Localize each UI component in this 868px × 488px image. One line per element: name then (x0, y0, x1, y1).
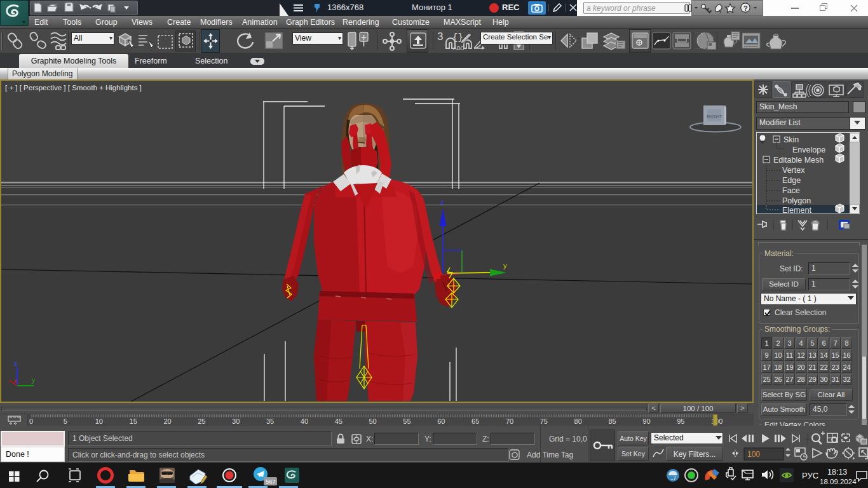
svg-text:Skin: Skin (783, 135, 799, 144)
svg-text:0: 0 (29, 417, 33, 425)
svg-text:?: ? (743, 4, 748, 12)
svg-text:35: 35 (266, 417, 274, 425)
svg-text:y: y (32, 377, 35, 384)
svg-text:Vertex: Vertex (782, 166, 805, 175)
svg-text:РУС: РУС (802, 471, 818, 480)
svg-text:..7: ..7 (670, 475, 676, 481)
svg-text:15: 15 (130, 417, 137, 425)
svg-text:z: z (14, 360, 17, 367)
svg-text:95: 95 (677, 417, 684, 425)
svg-text:25: 25 (198, 417, 205, 425)
svg-text:Editable Mesh: Editable Mesh (773, 156, 824, 165)
svg-text:30: 30 (232, 417, 240, 425)
svg-text:20: 20 (163, 417, 171, 425)
svg-text:80: 80 (574, 417, 582, 425)
svg-text:Polygon: Polygon (782, 196, 811, 205)
svg-text:RIGHT: RIGHT (707, 114, 722, 119)
svg-text:ABC: ABC (453, 45, 464, 51)
svg-text:10: 10 (95, 417, 103, 425)
svg-text:55: 55 (403, 417, 410, 425)
svg-text:50: 50 (369, 417, 377, 425)
svg-text:18.09.2024: 18.09.2024 (820, 478, 857, 485)
svg-text:70: 70 (506, 417, 513, 425)
svg-text:Edge: Edge (782, 176, 801, 185)
svg-text:567: 567 (266, 478, 276, 485)
svg-text:Envelope: Envelope (792, 146, 825, 154)
svg-text:z: z (440, 198, 444, 206)
svg-text:45: 45 (335, 417, 342, 425)
svg-text:y: y (503, 262, 507, 269)
svg-text:40: 40 (301, 417, 308, 425)
svg-text:5: 5 (64, 417, 67, 425)
svg-text:Face: Face (782, 186, 800, 195)
svg-text:18:13: 18:13 (827, 468, 847, 477)
svg-text:x: x (14, 377, 17, 384)
svg-text:90: 90 (642, 417, 650, 425)
svg-text:100: 100 (747, 450, 760, 459)
svg-text:65: 65 (471, 417, 479, 425)
svg-text:75: 75 (540, 417, 548, 425)
svg-text:60: 60 (437, 417, 445, 425)
svg-text:85: 85 (608, 417, 616, 425)
svg-text:Element: Element (782, 206, 811, 214)
